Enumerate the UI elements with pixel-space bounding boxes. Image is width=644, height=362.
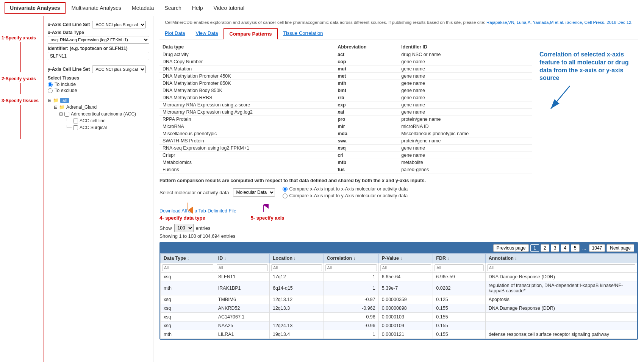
to-include-radio[interactable] xyxy=(48,82,53,87)
nav-multivariate[interactable]: Multivariate Analyses xyxy=(67,3,126,13)
cell-annotation xyxy=(485,313,637,321)
table-row: mth LILRA1 19q13.4 1 0.0000121 0.155 def… xyxy=(161,330,637,339)
download-link[interactable]: Download All as a Tab-Delimited File xyxy=(159,208,236,214)
th-pvalue[interactable]: P-Value ↕ xyxy=(378,254,433,263)
tree-acc-cell-line-item[interactable]: └─ ACC cell line xyxy=(65,117,149,124)
page-4-btn[interactable]: 4 xyxy=(561,244,569,252)
compare-yaxis-radio[interactable] xyxy=(283,193,288,198)
nav-video[interactable]: Video tutorial xyxy=(209,3,249,13)
svg-line-1 xyxy=(551,86,570,109)
cell-pvalue: 0.00000898 xyxy=(378,304,433,313)
acc-cell-line-checkbox[interactable] xyxy=(73,119,78,123)
cell-id: drug NSC or name xyxy=(398,51,532,58)
th-id[interactable]: ID ↕ xyxy=(215,254,269,263)
filter-id-input[interactable] xyxy=(217,264,268,271)
tree-adrenal-item[interactable]: ⊟ 📁 Adrenal_Gland xyxy=(54,104,149,111)
nav-search[interactable]: Search xyxy=(160,3,186,13)
tab-compare-patterns[interactable]: Compare Patterns xyxy=(224,28,278,39)
cell-data-type: DNA Methylation Promoter 450K xyxy=(159,73,335,80)
tree-all-item[interactable]: ⊟ 📁 all xyxy=(48,97,149,104)
cell-data-type: Metabolomics xyxy=(159,159,335,166)
to-exclude-radio[interactable] xyxy=(48,88,53,93)
cell-abbr: mir xyxy=(335,123,398,130)
cell-location: 12q24.13 xyxy=(269,321,324,330)
entries-select[interactable]: 100 25 50 200 xyxy=(174,224,194,232)
nav-metadata[interactable]: Metadata xyxy=(127,3,158,13)
compare-yaxis-radio-row[interactable]: Compare x-Axis input to y-Axis molecular… xyxy=(283,193,408,198)
citation-link[interactable]: Rajapakse,VN, Luna,A, Yamada,M et al. iS… xyxy=(486,20,633,25)
table-row: xsq AC147067.1 0.96 0.0000103 0.155 xyxy=(161,313,637,321)
filter-annotation[interactable] xyxy=(485,263,637,273)
tab-view-data[interactable]: View Data xyxy=(190,28,223,39)
cell-fdr: 0.155 xyxy=(433,304,486,313)
page-last-btn[interactable]: 1047 xyxy=(589,244,605,252)
tab-plot-data[interactable]: Plot Data xyxy=(159,28,190,39)
cell-id: SLFN11 xyxy=(215,273,269,281)
filter-data-type[interactable] xyxy=(161,263,215,273)
nav-univariate[interactable]: Univariate Analyses xyxy=(5,2,66,14)
nav-help[interactable]: Help xyxy=(188,3,208,13)
nav-bar: Univariate Analyses Multivariate Analyse… xyxy=(0,0,644,16)
compare-xaxis-radio-row[interactable]: Compare x-Axis input to x-Axis molecular… xyxy=(283,186,408,192)
to-exclude-radio-row[interactable]: To exclude xyxy=(48,88,149,93)
xaxis-data-type-select[interactable]: xsq: RNA-seq Expression (log2 FPKM+1) xyxy=(48,36,149,44)
th-correlation[interactable]: Correlation ↕ xyxy=(324,254,378,263)
tree-adrenal-label: Adrenal_Gland xyxy=(66,105,97,110)
select-tissues-label: Select Tissues xyxy=(48,75,149,81)
data-type-row: DNA Copy Number cop gene name xyxy=(159,58,532,66)
data-type-row: DNA Methylation RRBS rrb gene name xyxy=(159,94,532,101)
cell-id: gene name xyxy=(398,101,532,109)
cell-id: gene name xyxy=(398,66,532,73)
data-type-table: Data type Abbreviation Identifier ID Dru… xyxy=(159,43,532,173)
results-container: Previous page 1 2 3 4 5 ... 1047 Next pa… xyxy=(159,242,638,340)
th-location[interactable]: Location ↕ xyxy=(269,254,324,263)
acc-checkbox[interactable] xyxy=(64,112,69,117)
next-page-btn[interactable]: Next page xyxy=(606,244,634,252)
cell-correlation: 0.96 xyxy=(324,313,378,321)
tree-acc-item[interactable]: ⊟ Adrenocortical carcinoma (ACC) xyxy=(59,111,149,117)
cell-correlation: 1 xyxy=(324,330,378,339)
cell-id: paired-genes xyxy=(398,166,532,173)
filter-pvalue[interactable] xyxy=(378,263,433,273)
tree-acc-cell-line-label: ACC cell line xyxy=(80,118,106,123)
cell-dtype: mth xyxy=(161,330,215,339)
page-2-btn[interactable]: 2 xyxy=(541,244,549,252)
molecular-activity-select[interactable]: Molecular Data xyxy=(233,188,275,197)
cell-fdr: 0.125 xyxy=(433,295,486,304)
th-data-type[interactable]: Data Type ↕ xyxy=(161,254,215,263)
th-fdr[interactable]: FDR ↕ xyxy=(433,254,486,263)
cell-data-type: Drug activity xyxy=(159,51,335,58)
page-5-btn[interactable]: 5 xyxy=(571,244,580,252)
to-include-radio-row[interactable]: To include xyxy=(48,82,149,87)
filter-data-type-input[interactable] xyxy=(162,264,213,271)
identifier-input[interactable] xyxy=(48,52,149,60)
page-1-btn[interactable]: 1 xyxy=(530,244,539,252)
xaxis-cell-line-select[interactable]: ACC NCI plus Surgical xyxy=(92,21,146,28)
data-type-row: DNA Methylation Promoter 450K met gene n… xyxy=(159,73,532,80)
page-3-btn[interactable]: 3 xyxy=(551,244,560,252)
filter-pvalue-input[interactable] xyxy=(380,264,431,271)
prev-page-btn[interactable]: Previous page xyxy=(493,244,529,252)
filter-correlation[interactable] xyxy=(324,263,378,273)
yaxis-cell-line-select[interactable]: ACC NCI plus Surgical xyxy=(92,66,146,73)
filter-id[interactable] xyxy=(215,263,269,273)
cell-pvalue: 0.0000121 xyxy=(378,330,433,339)
cell-id: IRAK1BP1 xyxy=(215,281,269,295)
tab-tissue-correlation[interactable]: Tissue Correlation xyxy=(278,28,328,39)
tree-acc-surgical-item[interactable]: └─ ACC Surgical xyxy=(65,124,149,131)
filter-correlation-input[interactable] xyxy=(325,264,377,271)
compare-xaxis-radio[interactable] xyxy=(283,187,288,192)
cell-id: ANKRD52 xyxy=(215,304,269,313)
filter-location-input[interactable] xyxy=(271,264,322,271)
table-row: xsq TMBIM6 12q13.12 -0.97 0.00000359 0.1… xyxy=(161,295,637,304)
filter-fdr-input[interactable] xyxy=(435,264,484,271)
th-annotation[interactable]: Annotation ↕ xyxy=(485,254,637,263)
filter-fdr[interactable] xyxy=(433,263,486,273)
cell-abbr: cop xyxy=(335,58,398,66)
cell-abbr: exp xyxy=(335,101,398,109)
cell-data-type: Fusions xyxy=(159,166,335,173)
acc-surgical-checkbox[interactable] xyxy=(73,125,78,130)
filter-annotation-input[interactable] xyxy=(487,264,635,271)
tree-all-label: all xyxy=(60,98,69,103)
filter-location[interactable] xyxy=(269,263,324,273)
